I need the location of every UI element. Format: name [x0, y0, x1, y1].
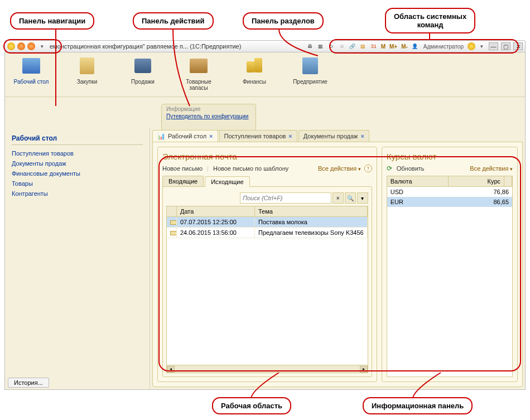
info-panel: Информация Путеводитель по конфигурации	[161, 104, 256, 131]
maximize-button[interactable]: ▢	[501, 42, 510, 50]
section-inventory[interactable]: Товарные запасы	[177, 55, 220, 91]
cell-date: 07.07.2015 12:25:00	[177, 217, 255, 227]
mem-mminus[interactable]: M-	[400, 44, 409, 50]
nav-link-counterparties[interactable]: Контрагенты	[12, 189, 143, 199]
cell-date: 24.06.2015 13:56:00	[177, 228, 255, 238]
new-mail-button[interactable]: Новое письмо	[162, 165, 203, 172]
nav-link-goods[interactable]: Товары	[12, 178, 143, 189]
currency-row[interactable]: EUR 86,65	[387, 197, 512, 207]
tab-arrivals[interactable]: Поступления товаров ×	[219, 130, 297, 142]
coins-icon	[245, 58, 263, 74]
tab-label: Поступления товаров	[224, 133, 286, 139]
tab-label: Документы продаж	[303, 133, 358, 139]
email-row[interactable]: 07.07.2015 12:25:00 Поставка молока	[167, 217, 368, 228]
section-purchases[interactable]: Закупки	[65, 55, 109, 85]
scroll-right-icon[interactable]: ▸	[360, 366, 368, 373]
nav-fwd-icon[interactable]	[27, 42, 35, 50]
tab-close-icon[interactable]: ×	[288, 133, 292, 139]
subtab-inbox[interactable]: Входящие	[162, 176, 204, 186]
link-icon[interactable]: 🔗	[348, 42, 357, 50]
callout-nav: Панель навигации	[10, 12, 94, 30]
work-area: 📊 Рабочий стол × Поступления товаров × Д…	[150, 128, 525, 389]
tab-icon: 📊	[157, 133, 165, 140]
info-icon[interactable]	[468, 42, 475, 50]
tab-close-icon[interactable]: ×	[209, 133, 213, 139]
scrollbar-horizontal[interactable]: ◂ ▸	[167, 365, 368, 373]
email-toolbar: Новое письмо | Новое письмо по шаблону В…	[162, 165, 372, 172]
mem-m[interactable]: M	[380, 44, 387, 50]
search-row: × 🔍 ▾	[166, 192, 368, 204]
mail-subtabs: Входящие Исходящие	[162, 176, 372, 186]
calendar-icon[interactable]: 31	[369, 42, 378, 50]
search-icon[interactable]: 🔍	[345, 192, 356, 204]
nav-link-fin-docs[interactable]: Финансовые документы	[12, 168, 143, 178]
search-options-icon[interactable]: ▾	[357, 192, 368, 204]
close-button[interactable]: ✕	[513, 42, 523, 50]
nav-link-sales-docs[interactable]: Документы продаж	[12, 158, 143, 168]
tools-icon[interactable]: ▦	[316, 42, 325, 50]
user-icon: 👤	[411, 42, 420, 50]
section-enterprise[interactable]: Предприятие	[288, 55, 332, 85]
col-rate[interactable]: Курс	[449, 176, 504, 186]
col-subject[interactable]: Тема	[255, 206, 368, 216]
currency-row[interactable]: USD 76,86	[387, 187, 512, 197]
section-label: Продажи	[131, 79, 155, 85]
col-currency[interactable]: Валюта	[387, 176, 449, 186]
tab-close-icon[interactable]: ×	[360, 133, 364, 139]
navigation-panel: Рабочий стол Поступления товаров Докумен…	[5, 128, 150, 389]
subtab-outbox[interactable]: Исходящие	[205, 176, 249, 187]
titlebar: ▾ емонстрационная конфигурация" равляемо…	[4, 40, 526, 52]
titlebar-text: емонстрационная конфигурация" равляемое …	[50, 43, 241, 50]
fav-icon[interactable]: ☆	[338, 42, 346, 50]
search-input[interactable]	[240, 192, 331, 204]
new-mail-template-button[interactable]: Новое письмо по шаблону	[213, 165, 288, 172]
tabs-row: 📊 Рабочий стол × Поступления товаров × Д…	[152, 130, 523, 142]
tab-desktop[interactable]: 📊 Рабочий стол ×	[152, 130, 218, 142]
building-icon	[302, 57, 318, 74]
scrollbar-vertical[interactable]	[504, 176, 512, 186]
callout-workarea: Рабочая область	[212, 397, 291, 414]
envelope-icon	[170, 231, 177, 235]
email-row[interactable]: 24.06.2015 13:56:00 Предлагаем телевизор…	[167, 228, 368, 238]
history-icon[interactable]: ↻	[327, 42, 336, 50]
info-link[interactable]: Путеводитель по конфигурации	[166, 113, 251, 119]
calc-icon[interactable]: ▤	[359, 42, 368, 50]
scroll-left-icon[interactable]: ◂	[167, 366, 175, 373]
cash-register-icon	[134, 59, 151, 73]
clear-search-icon[interactable]: ×	[333, 192, 344, 204]
nav-link-arrivals[interactable]: Поступления товаров	[12, 148, 143, 158]
currency-toolbar: ⟳ Обновить Все действия	[387, 165, 513, 172]
menu-dropdown-icon[interactable]: ▾	[477, 42, 486, 50]
callout-syscmd: Область системных команд	[385, 8, 475, 33]
tab-sales-docs[interactable]: Документы продаж ×	[298, 130, 369, 142]
refresh-icon[interactable]: ⟳	[387, 165, 392, 172]
help-icon[interactable]: ?	[364, 165, 372, 172]
section-desktop[interactable]: Рабочий стол	[9, 55, 53, 85]
mem-mplus[interactable]: M+	[388, 44, 398, 50]
email-title: Электронная почта	[162, 152, 372, 161]
col-date[interactable]: Дата	[177, 206, 255, 216]
user-label: Администратор	[423, 44, 464, 50]
refresh-button[interactable]: Обновить	[397, 165, 425, 172]
section-label: Закупки	[77, 79, 97, 85]
tab-label: Рабочий стол	[168, 133, 206, 139]
dropdown-icon[interactable]: ▾	[37, 42, 46, 50]
minimize-button[interactable]: —	[489, 42, 498, 50]
cell-subject: Поставка молока	[255, 217, 368, 227]
callout-sections: Панель разделов	[243, 12, 324, 30]
nav-back-icon[interactable]	[17, 42, 25, 50]
all-actions-dropdown[interactable]: Все действия	[470, 165, 513, 172]
email-grid: Дата Тема 07.07.2015 12:25:00 Поставка м…	[166, 206, 368, 373]
currency-grid: Валюта Курс USD 76,86 EUR 86,65	[387, 176, 513, 377]
app-icon	[7, 42, 15, 50]
desktop-icon	[22, 58, 40, 74]
section-finance[interactable]: Финансы	[233, 55, 276, 85]
cell-currency: EUR	[387, 197, 449, 207]
print-icon[interactable]: 🖶	[306, 42, 315, 50]
cell-currency: USD	[387, 187, 449, 197]
section-sales[interactable]: Продажи	[121, 55, 165, 85]
cell-rate: 86,65	[449, 197, 512, 207]
history-button[interactable]: История...	[8, 378, 49, 388]
all-actions-dropdown[interactable]: Все действия	[318, 165, 361, 172]
currency-title: Курсы валют	[387, 152, 513, 161]
